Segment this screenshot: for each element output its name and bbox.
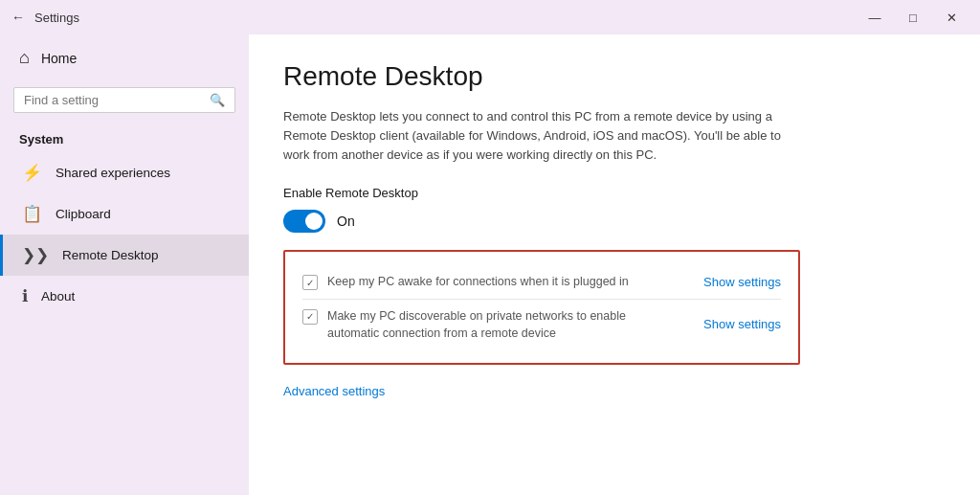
clipboard-icon: 📋 <box>22 204 42 224</box>
checkbox-check-icon: ✓ <box>306 278 314 288</box>
discoverable-show-settings-link[interactable]: Show settings <box>703 317 781 331</box>
sidebar-item-label: Remote Desktop <box>62 248 159 262</box>
options-box: ✓ Keep my PC awake for connections when … <box>283 250 800 364</box>
title-bar: ← Settings — □ ✕ <box>0 0 980 34</box>
sidebar: ⌂ Home 🔍 System ⚡ Shared experiences 📋 C… <box>0 34 249 495</box>
sidebar-item-remote-desktop[interactable]: ❯❯ Remote Desktop <box>0 235 249 276</box>
sidebar-item-label: About <box>41 289 75 304</box>
sidebar-section-title: System <box>0 124 249 152</box>
remote-desktop-toggle[interactable] <box>283 210 325 233</box>
keep-awake-text: Keep my PC awake for connections when it… <box>327 273 629 290</box>
remote-desktop-icon: ❯❯ <box>22 245 49 265</box>
keep-awake-checkbox[interactable]: ✓ <box>302 275 318 290</box>
discoverable-checkbox[interactable]: ✓ <box>302 309 318 325</box>
discoverable-text: Make my PC discoverable on private netwo… <box>327 307 653 342</box>
toggle-row: On <box>283 210 946 233</box>
search-input[interactable] <box>24 93 202 107</box>
sidebar-item-about[interactable]: ℹ About <box>0 276 249 317</box>
about-icon: ℹ <box>22 286 28 306</box>
option-left: ✓ Keep my PC awake for connections when … <box>302 273 692 290</box>
minimize-button[interactable]: — <box>858 4 892 31</box>
sidebar-item-label: Shared experiences <box>56 166 170 180</box>
sidebar-item-label: Clipboard <box>56 207 111 221</box>
home-icon: ⌂ <box>19 48 30 68</box>
option-row-discoverable: ✓ Make my PC discoverable on private net… <box>302 299 781 349</box>
option-row-keep-awake: ✓ Keep my PC awake for connections when … <box>302 265 781 298</box>
shared-experiences-icon: ⚡ <box>22 163 42 183</box>
option-left: ✓ Make my PC discoverable on private net… <box>302 307 692 342</box>
main-content: Remote Desktop Remote Desktop lets you c… <box>249 34 980 495</box>
app-body: ⌂ Home 🔍 System ⚡ Shared experiences 📋 C… <box>0 34 980 495</box>
window-controls: — □ ✕ <box>858 4 969 31</box>
checkbox-check-icon: ✓ <box>306 311 314 322</box>
page-title: Remote Desktop <box>283 61 946 92</box>
page-description: Remote Desktop lets you connect to and c… <box>283 107 800 165</box>
close-button[interactable]: ✕ <box>934 4 969 31</box>
sidebar-home[interactable]: ⌂ Home <box>0 34 249 81</box>
toggle-state-label: On <box>337 214 355 229</box>
sidebar-item-shared-experiences[interactable]: ⚡ Shared experiences <box>0 152 249 193</box>
keep-awake-show-settings-link[interactable]: Show settings <box>703 275 781 289</box>
sidebar-item-clipboard[interactable]: 📋 Clipboard <box>0 193 249 235</box>
toggle-knob <box>305 213 323 230</box>
enable-label: Enable Remote Desktop <box>283 186 946 200</box>
search-icon: 🔍 <box>210 93 225 107</box>
back-button[interactable]: ← <box>11 10 25 25</box>
advanced-settings-link[interactable]: Advanced settings <box>283 384 385 398</box>
home-label: Home <box>41 51 77 66</box>
maximize-button[interactable]: □ <box>896 4 930 31</box>
search-box[interactable]: 🔍 <box>13 87 235 113</box>
app-title: Settings <box>34 11 858 25</box>
